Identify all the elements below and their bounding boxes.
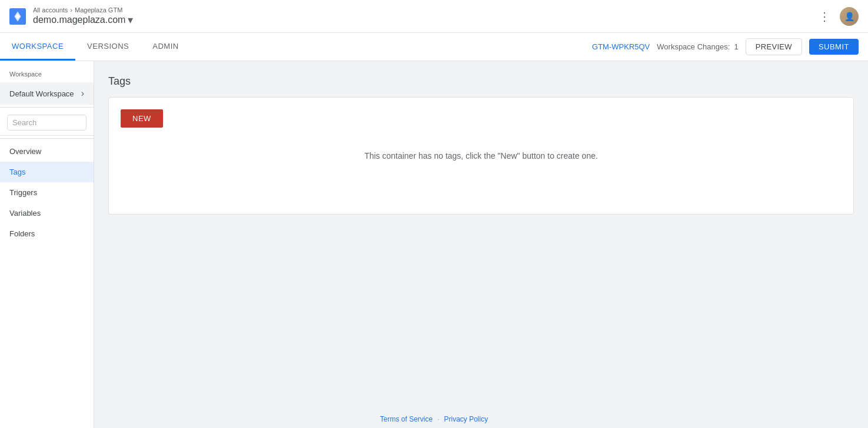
avatar[interactable]: 👤 xyxy=(840,7,859,26)
workspace-changes: Workspace Changes: 1 xyxy=(657,42,739,51)
content-area: Tags NEW This container has no tags, cli… xyxy=(94,61,868,428)
main-layout: Workspace Default Workspace › Overview T… xyxy=(0,61,868,428)
top-bar-right: ⋮ 👤 xyxy=(816,7,859,26)
breadcrumb: All accounts › Mageplaza GTM demo.magepl… xyxy=(33,6,133,26)
sidebar: Workspace Default Workspace › Overview T… xyxy=(0,61,94,428)
nav-left: WORKSPACE VERSIONS ADMIN xyxy=(0,33,191,61)
sidebar-item-folders[interactable]: Folders xyxy=(0,223,94,244)
domain-label: demo.mageplaza.com xyxy=(33,15,125,25)
sidebar-section-label: Workspace xyxy=(0,61,94,82)
sidebar-divider-2 xyxy=(0,138,94,139)
new-tag-button[interactable]: NEW xyxy=(121,109,163,128)
workspace-changes-label: Workspace Changes: xyxy=(657,42,730,51)
submit-button[interactable]: SUBMIT xyxy=(809,39,859,55)
page-title: Tags xyxy=(108,75,854,88)
all-accounts-link[interactable]: All accounts xyxy=(33,6,68,14)
gtm-logo-icon xyxy=(9,8,26,25)
sidebar-search-container xyxy=(0,110,94,136)
avatar-image: 👤 xyxy=(840,7,859,26)
footer: Terms of Service · Privacy Policy xyxy=(380,415,488,423)
sidebar-item-triggers[interactable]: Triggers xyxy=(0,182,94,203)
tags-container: NEW This container has no tags, click th… xyxy=(108,97,854,215)
workspace-item-label: Default Workspace xyxy=(9,89,74,98)
container-id[interactable]: GTM-WPKR5QV xyxy=(592,42,650,51)
sidebar-workspace-item[interactable]: Default Workspace › xyxy=(0,82,94,105)
top-bar-left: All accounts › Mageplaza GTM demo.magepl… xyxy=(9,6,133,26)
domain-dropdown-icon[interactable]: ▾ xyxy=(128,14,133,26)
sidebar-item-tags[interactable]: Tags xyxy=(0,162,94,182)
sidebar-item-overview[interactable]: Overview xyxy=(0,141,94,162)
sidebar-item-variables[interactable]: Variables xyxy=(0,203,94,223)
top-bar: All accounts › Mageplaza GTM demo.magepl… xyxy=(0,0,868,33)
breadcrumb-bottom: demo.mageplaza.com ▾ xyxy=(33,14,133,26)
privacy-link[interactable]: Privacy Policy xyxy=(444,415,488,423)
chevron-right-icon: › xyxy=(81,88,84,99)
tab-versions[interactable]: VERSIONS xyxy=(75,33,141,61)
tab-workspace[interactable]: WORKSPACE xyxy=(0,33,75,61)
breadcrumb-separator: › xyxy=(70,6,72,14)
breadcrumb-sub: Mageplaza GTM xyxy=(75,6,122,14)
search-input[interactable] xyxy=(7,115,87,131)
footer-separator: · xyxy=(437,415,439,423)
nav-bar: WORKSPACE VERSIONS ADMIN GTM-WPKR5QV Wor… xyxy=(0,33,868,61)
tab-admin[interactable]: ADMIN xyxy=(141,33,190,61)
preview-button[interactable]: PREVIEW xyxy=(746,38,802,55)
breadcrumb-top: All accounts › Mageplaza GTM xyxy=(33,6,133,14)
sidebar-divider xyxy=(0,107,94,108)
more-options-icon[interactable]: ⋮ xyxy=(816,7,833,26)
workspace-changes-count: 1 xyxy=(734,42,739,51)
terms-link[interactable]: Terms of Service xyxy=(380,415,433,423)
empty-tags-message: This container has no tags, click the "N… xyxy=(121,128,842,172)
nav-right: GTM-WPKR5QV Workspace Changes: 1 PREVIEW… xyxy=(592,33,868,61)
